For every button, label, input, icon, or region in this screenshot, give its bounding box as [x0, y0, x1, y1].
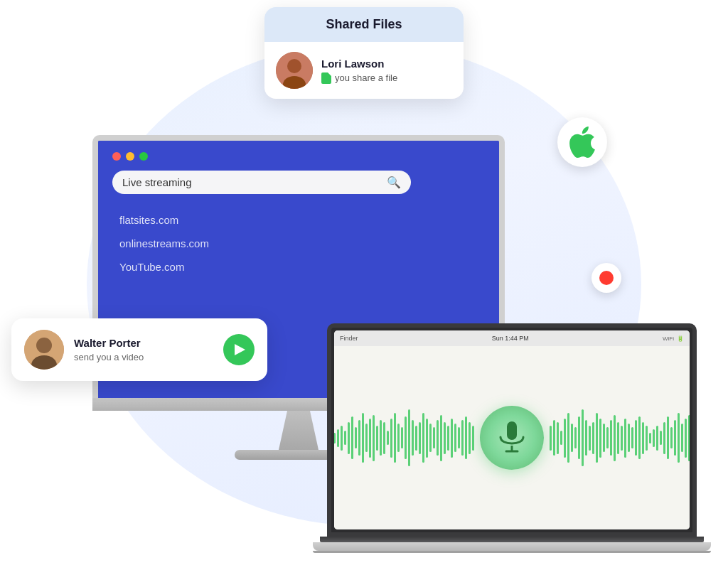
waveform-bar — [390, 419, 392, 458]
play-icon — [235, 344, 245, 355]
shared-files-subtitle: you share a file — [321, 72, 397, 84]
avatar-walter — [24, 330, 64, 370]
shared-files-info: Lori Lawson you share a file — [321, 58, 397, 84]
waveform-right — [550, 409, 690, 466]
waveform-bar — [638, 416, 641, 459]
shared-files-card: Shared Files Lori Lawson you share a fil… — [264, 7, 464, 99]
suggestion-1[interactable]: flatsites.com — [112, 208, 485, 232]
waveform-bar — [574, 427, 577, 448]
waveform-bar — [578, 416, 580, 459]
shared-files-subtext: you share a file — [335, 72, 397, 83]
macbook-laptop: Finder Sun 1:44 PM WiFi 🔋 — [313, 323, 711, 553]
shared-files-body: Lori Lawson you share a file — [264, 42, 464, 99]
mic-icon — [498, 420, 526, 456]
waveform-bar — [614, 415, 616, 461]
waveform-bar — [369, 419, 371, 458]
waveform-bar — [429, 424, 432, 452]
waveform-bar — [635, 420, 637, 456]
waveform-bar — [383, 422, 385, 454]
waveform-bar — [678, 413, 680, 463]
waveform-bar — [437, 420, 439, 456]
waveform-bar — [405, 416, 407, 459]
suggestion-2[interactable]: onlinestreams.com — [112, 232, 485, 255]
waveform-bar — [606, 427, 609, 448]
apple-badge — [557, 117, 607, 167]
waveform-bar — [646, 426, 648, 451]
waveform-bar — [567, 413, 569, 463]
waveform-bar — [376, 426, 378, 451]
waveform-bar — [454, 424, 456, 452]
macbook-base — [313, 542, 711, 551]
waveform-bar — [596, 413, 598, 463]
waveform-bar — [624, 419, 626, 458]
browser-search-bar[interactable]: Live streaming 🔍 — [112, 171, 411, 194]
macbook-bottom-edge — [313, 551, 711, 553]
waveform-bar — [401, 427, 403, 448]
waveform-bar — [660, 431, 662, 445]
fullscreen-button-dot[interactable] — [139, 152, 148, 161]
search-icon: 🔍 — [387, 176, 401, 189]
waveform-bar — [444, 422, 446, 454]
macbook-hinge — [320, 537, 704, 542]
suggestion-3[interactable]: YouTube.com — [112, 255, 485, 279]
mic-button[interactable] — [480, 406, 544, 470]
play-button[interactable] — [223, 334, 255, 365]
waveform-bar — [670, 427, 673, 448]
waveform-bar — [656, 426, 658, 451]
waveform-left — [334, 409, 474, 466]
waveform-bar — [649, 433, 651, 443]
close-button-dot[interactable] — [112, 152, 121, 161]
waveform-bar — [337, 429, 339, 447]
walter-info: Walter Porter send you a video — [74, 337, 213, 362]
waveform-bar — [415, 426, 417, 451]
waveform-bar — [433, 427, 435, 448]
search-input: Live streaming — [122, 176, 387, 188]
waveform-bar — [688, 415, 690, 461]
waveform-bar — [663, 422, 665, 454]
waveform-bar — [412, 420, 414, 456]
waveform-bar — [373, 415, 375, 461]
waveform-bar — [394, 413, 396, 463]
record-badge — [592, 263, 621, 293]
waveform-bar — [685, 419, 687, 458]
waveform-bar — [557, 422, 559, 454]
waveform-bar — [610, 420, 612, 456]
waveform-bar — [451, 419, 453, 458]
waveform-bar — [667, 416, 669, 459]
waveform-bar — [447, 426, 449, 451]
waveform-bar — [642, 422, 644, 454]
shared-files-title: Shared Files — [326, 17, 402, 31]
svg-point-4 — [36, 338, 52, 353]
waveform-bar — [628, 424, 630, 452]
minimize-button-dot[interactable] — [126, 152, 134, 161]
waveform-bar — [599, 419, 601, 458]
waveform-bar — [550, 426, 552, 451]
file-icon — [321, 72, 331, 84]
waveform-bar — [362, 413, 364, 463]
waveform-bar — [469, 422, 471, 454]
waveform-bar — [348, 422, 350, 454]
shared-files-header: Shared Files — [264, 7, 464, 42]
waveform-bar — [458, 427, 460, 448]
waveform-bar — [621, 426, 623, 451]
waveform-bar — [571, 424, 573, 452]
finder-icons: WiFi 🔋 — [663, 335, 684, 342]
waveform-bar — [380, 420, 382, 456]
waveform-bar — [397, 424, 400, 452]
walter-subtext: send you a video — [74, 352, 213, 362]
apple-logo-icon — [569, 127, 595, 158]
finder-label: Finder — [340, 335, 358, 342]
waveform-bar — [419, 422, 421, 454]
waveform-bar — [582, 409, 584, 466]
waveform-bar — [334, 433, 336, 443]
waveform-bar — [426, 419, 428, 458]
wifi-icon: WiFi — [663, 335, 674, 342]
walter-porter-card: Walter Porter send you a video — [11, 318, 267, 381]
macbook-screen-inner: Finder Sun 1:44 PM WiFi 🔋 — [334, 330, 690, 529]
waveform-bar — [461, 420, 464, 456]
lori-name: Lori Lawson — [321, 58, 397, 70]
waveform-bar — [585, 420, 587, 456]
finder-bar: Finder Sun 1:44 PM WiFi 🔋 — [334, 330, 690, 346]
waveform-bar — [358, 420, 360, 456]
waveform-bar — [422, 413, 424, 463]
